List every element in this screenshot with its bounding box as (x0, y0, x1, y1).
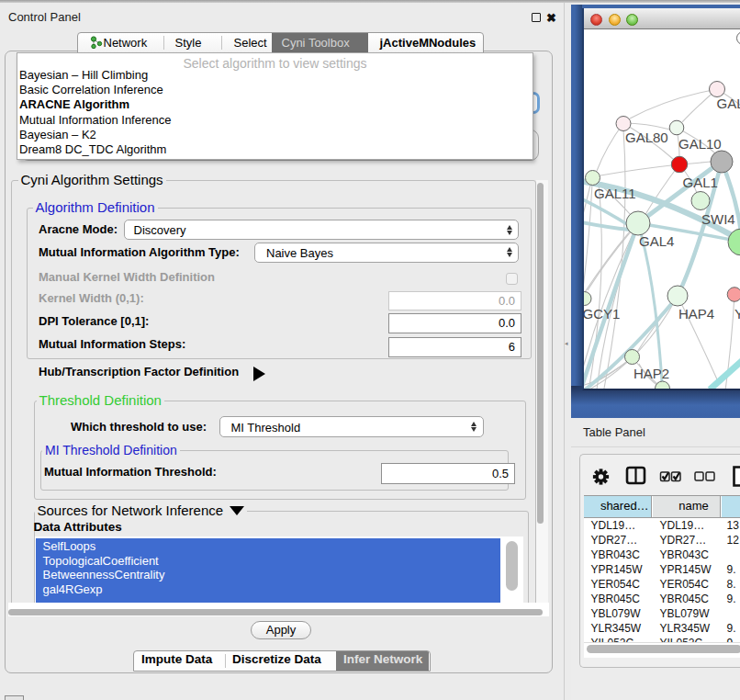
svg-text:GCY1: GCY1 (584, 306, 620, 322)
svg-text:GAL4: GAL4 (639, 233, 674, 249)
svg-text:GAL80: GAL80 (625, 130, 668, 145)
svg-text:HAP4: HAP4 (678, 306, 714, 322)
svg-text:GAL: GAL (717, 96, 740, 111)
svg-text:GAL10: GAL10 (678, 136, 722, 152)
svg-text:HAP2: HAP2 (633, 366, 669, 381)
svg-text:GAL11: GAL11 (594, 186, 636, 201)
svg-text:SWI4: SWI4 (701, 211, 735, 227)
svg-text:GAL1: GAL1 (683, 175, 718, 190)
svg-text:Y: Y (734, 306, 740, 322)
